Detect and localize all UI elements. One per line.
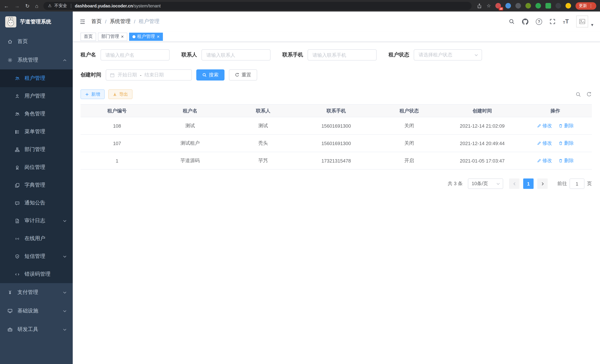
goto-page-input[interactable] xyxy=(570,178,584,189)
medal-icon xyxy=(15,165,20,170)
chevron-down-icon xyxy=(63,219,67,223)
sidebar-item-home[interactable]: 首页 xyxy=(0,32,73,51)
tenant-name-input[interactable] xyxy=(101,49,169,60)
show-search-icon[interactable] xyxy=(575,92,581,97)
delete-button[interactable]: 删除 xyxy=(559,140,574,147)
sidebar-item-dev-tools[interactable]: 研发工具 xyxy=(0,320,73,339)
collapse-sidebar-icon[interactable] xyxy=(73,18,91,25)
caret-down-icon[interactable]: ▾ xyxy=(591,22,593,28)
edit-button[interactable]: 修改 xyxy=(537,122,552,129)
tab-dept[interactable]: 部门管理 × xyxy=(98,32,127,41)
sidebar-item-error-code[interactable]: 错误码管理 xyxy=(0,265,73,283)
update-button[interactable]: 更新 ⋮ xyxy=(575,2,596,9)
breadcrumb-home[interactable]: 首页 xyxy=(91,18,102,25)
extension-icon[interactable] xyxy=(565,3,571,9)
address-bar[interactable]: ⚠ 不安全 dashboard.yudao.iocoder.cn/system/… xyxy=(43,2,472,10)
chevron-down-icon xyxy=(496,182,500,186)
sidebar-item-infra[interactable]: 基础设施 xyxy=(0,302,73,320)
delete-button[interactable]: 删除 xyxy=(559,157,574,164)
sidebar-item-user[interactable]: 用户管理 xyxy=(0,87,73,105)
close-icon[interactable]: × xyxy=(157,34,159,39)
help-icon[interactable]: ? xyxy=(536,18,542,25)
extension-icon[interactable] xyxy=(525,3,531,9)
logo[interactable]: 芋道管理系统 xyxy=(0,11,73,32)
fullscreen-icon[interactable] xyxy=(550,19,555,25)
reset-button[interactable]: 重置 xyxy=(229,69,257,81)
chevron-down-icon xyxy=(63,309,67,313)
page-number-current[interactable]: 1 xyxy=(523,178,534,189)
download-icon xyxy=(113,92,117,96)
user-icon xyxy=(15,94,20,99)
tab-home[interactable]: 首页 xyxy=(81,32,96,41)
share-icon[interactable] xyxy=(477,3,482,8)
sidebar-item-dict[interactable]: 字典管理 xyxy=(0,176,73,194)
chevron-down-icon xyxy=(63,290,67,294)
sidebar-item-online-users[interactable]: 在线用户 xyxy=(0,230,73,247)
search-button[interactable]: 搜索 xyxy=(196,69,225,81)
font-size-icon[interactable]: TT xyxy=(563,19,569,25)
sidebar-item-notice[interactable]: 通知公告 xyxy=(0,194,73,212)
extension-icon[interactable] xyxy=(505,3,511,9)
url-text: dashboard.yudao.iocoder.cn/system/tenant xyxy=(75,3,161,8)
navbar-actions: ? TT ▾ xyxy=(509,16,593,28)
sidebar-item-payment[interactable]: 支付管理 xyxy=(0,283,73,302)
add-button[interactable]: 新增 xyxy=(81,89,105,99)
sidebar-item-dept[interactable]: 部门管理 xyxy=(0,141,73,159)
delete-button[interactable]: 删除 xyxy=(559,122,574,129)
sidebar-item-audit-log[interactable]: 审计日志 xyxy=(0,212,73,230)
tenant-name-label: 租户名 xyxy=(81,52,96,58)
warning-icon: ⚠ xyxy=(48,3,52,8)
security-label[interactable]: 不安全 xyxy=(54,3,67,9)
edit-button[interactable]: 修改 xyxy=(537,157,552,164)
breadcrumb-system[interactable]: 系统管理 xyxy=(110,18,131,25)
home-icon[interactable]: ⌂ xyxy=(35,3,38,8)
edit-button[interactable]: 修改 xyxy=(537,140,552,147)
sidebar-item-role[interactable]: 角色管理 xyxy=(0,105,73,123)
search-icon[interactable] xyxy=(509,19,515,25)
sidebar-item-post[interactable]: 岗位管理 xyxy=(0,159,73,176)
extension-icon[interactable] xyxy=(516,3,521,9)
refresh-icon xyxy=(235,73,239,77)
extension-icon[interactable] xyxy=(555,3,561,9)
back-icon[interactable]: ← xyxy=(4,3,9,8)
refresh-table-icon[interactable] xyxy=(586,92,592,97)
col-contact: 联系人 xyxy=(226,104,300,117)
sidebar-item-tenant[interactable]: 租户管理 xyxy=(0,69,73,87)
close-icon[interactable]: × xyxy=(121,34,124,39)
sidebar-item-sms[interactable]: 短信管理 xyxy=(0,247,73,265)
create-time-label: 创建时间 xyxy=(81,72,101,78)
app-title: 芋道管理系统 xyxy=(20,19,51,25)
date-range-picker[interactable]: 开始日期 - 结束日期 xyxy=(106,69,192,81)
monitor-icon xyxy=(7,308,13,314)
reload-icon[interactable]: ↻ xyxy=(25,3,29,8)
sidebar-item-menu[interactable]: 菜单管理 xyxy=(0,123,73,141)
mobile-input[interactable] xyxy=(308,49,377,60)
github-icon[interactable] xyxy=(522,18,528,25)
bookmark-star-icon[interactable]: ☆ xyxy=(487,3,491,9)
sidebar-item-system[interactable]: 系统管理 xyxy=(0,51,73,69)
browser-menu-icon[interactable]: ⋮ xyxy=(589,3,593,8)
extension-icon[interactable] xyxy=(545,3,551,9)
extension-icon[interactable] xyxy=(535,3,541,9)
table-row: 108 测试 测试 15601691300 关闭 2021-12-14 21:0… xyxy=(81,117,592,134)
broadcast-icon xyxy=(15,236,20,241)
status-label: 租户状态 xyxy=(388,52,409,58)
chat-bubble-icon xyxy=(15,201,20,205)
export-button[interactable]: 导出 xyxy=(108,89,132,99)
tab-tenant[interactable]: 租户管理 × xyxy=(129,32,163,41)
contact-input[interactable] xyxy=(201,49,271,60)
chevron-down-icon xyxy=(63,254,67,258)
prev-page-button[interactable] xyxy=(509,178,519,189)
status-select[interactable]: 请选择租户状态 xyxy=(414,49,482,60)
tags-view-bar: 首页 部门管理 × 租户管理 × xyxy=(73,32,600,42)
avatar[interactable] xyxy=(576,16,588,28)
copy-book-icon xyxy=(15,183,20,187)
extension-icon[interactable]: 10 xyxy=(495,3,501,9)
page-size-select[interactable]: 10条/页 xyxy=(468,178,503,189)
table-header-row: 租户编号 租户名 联系人 联系手机 租户状态 创建时间 操作 xyxy=(81,104,592,117)
next-page-button[interactable] xyxy=(537,178,548,189)
code-icon xyxy=(15,272,20,277)
list-icon xyxy=(15,129,20,134)
shield-icon xyxy=(15,254,20,259)
forward-icon[interactable]: → xyxy=(14,3,20,8)
